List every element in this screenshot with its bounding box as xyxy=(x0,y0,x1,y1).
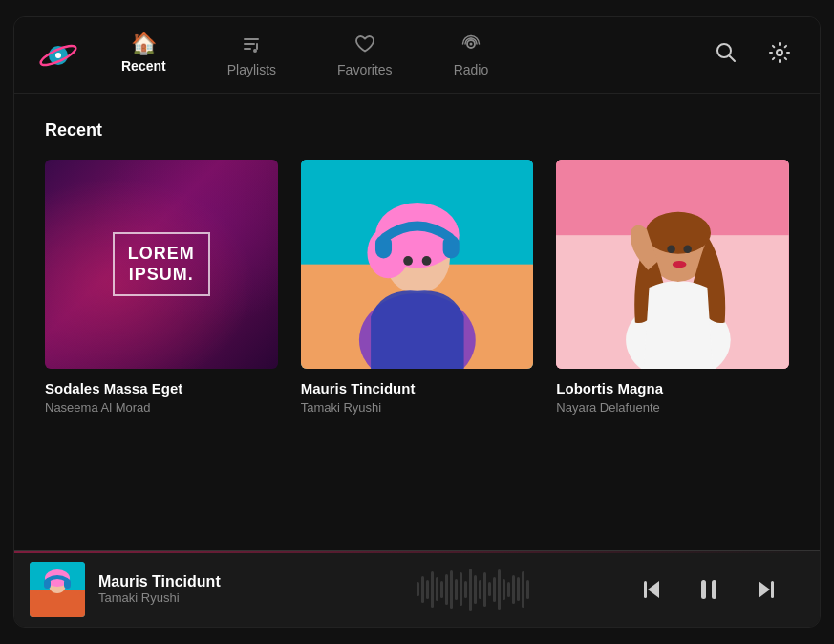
svg-marker-37 xyxy=(648,581,659,598)
wbar xyxy=(440,581,443,598)
nav-label-recent: Recent xyxy=(121,58,166,74)
svg-rect-32 xyxy=(30,590,85,617)
card-artwork-3 xyxy=(556,160,789,369)
wbar xyxy=(512,575,515,604)
card-artist-3: Nayara Delafuente xyxy=(556,400,789,415)
svg-marker-41 xyxy=(759,581,770,598)
svg-point-22 xyxy=(421,256,431,266)
wbar xyxy=(483,572,486,607)
svg-rect-36 xyxy=(64,579,71,589)
svg-point-27 xyxy=(646,212,711,254)
search-button[interactable] xyxy=(709,35,743,75)
wbar xyxy=(464,581,467,598)
music-card-3[interactable]: Lobortis Magna Nayara Delafuente xyxy=(556,160,789,415)
card-artist-1: Naseema Al Morad xyxy=(45,400,278,415)
wbar xyxy=(460,572,462,606)
heart-icon xyxy=(354,33,375,58)
player-title: Mauris Tincidunt xyxy=(98,573,332,590)
home-icon: 🏠 xyxy=(131,33,157,54)
card-image-1: LOREM IPSUM. xyxy=(45,160,278,369)
wbar xyxy=(507,582,510,597)
wbar xyxy=(426,580,429,599)
wbar xyxy=(522,571,524,608)
wbar xyxy=(503,579,505,600)
wbar xyxy=(450,570,453,609)
card-artist-2: Tamaki Ryushi xyxy=(301,400,534,415)
svg-line-11 xyxy=(730,55,736,61)
logo xyxy=(37,34,79,76)
wbar xyxy=(455,579,458,600)
svg-point-2 xyxy=(55,53,61,58)
playlist-icon xyxy=(241,33,262,58)
nav-item-recent[interactable]: 🏠 Recent xyxy=(110,26,178,85)
card-artwork-1: LOREM IPSUM. xyxy=(45,160,278,369)
wbar xyxy=(479,580,481,599)
nav-item-favorites[interactable]: Favorites xyxy=(326,26,404,85)
wbar xyxy=(417,582,419,596)
svg-point-7 xyxy=(253,49,257,53)
wbar xyxy=(493,577,496,602)
svg-point-30 xyxy=(673,261,687,268)
wbar xyxy=(474,575,477,604)
section-title: Recent xyxy=(45,120,789,140)
svg-rect-35 xyxy=(44,579,51,589)
svg-rect-40 xyxy=(712,580,716,599)
player-waveform xyxy=(332,566,613,613)
wbar xyxy=(421,576,424,603)
card-title-2: Mauris Tincidunt xyxy=(301,380,534,397)
svg-rect-39 xyxy=(701,580,706,599)
wbar xyxy=(431,571,434,608)
svg-rect-5 xyxy=(244,48,251,50)
lorem-line1: LOREM xyxy=(128,244,195,265)
svg-rect-6 xyxy=(256,43,258,50)
player-thumbnail xyxy=(30,562,85,617)
cards-row: LOREM IPSUM. Sodales Massa Eget Naseema … xyxy=(45,160,789,415)
music-card-2[interactable]: Mauris Tincidunt Tamaki Ryushi xyxy=(301,160,534,415)
nav-label-radio: Radio xyxy=(454,62,489,77)
svg-point-29 xyxy=(684,246,693,254)
nav-item-playlists[interactable]: Playlists xyxy=(216,26,288,85)
settings-button[interactable] xyxy=(762,35,797,75)
app-container: 🏠 Recent Playlists xyxy=(13,16,821,628)
svg-point-21 xyxy=(403,256,413,266)
music-card-1[interactable]: LOREM IPSUM. Sodales Massa Eget Naseema … xyxy=(45,160,278,415)
wbar xyxy=(445,574,448,605)
svg-rect-19 xyxy=(375,235,392,258)
svg-point-9 xyxy=(469,42,472,45)
lorem-line2: IPSUM. xyxy=(128,265,195,286)
svg-rect-20 xyxy=(442,235,459,258)
player-bar: Mauris Tincidunt Tamaki Ryushi xyxy=(14,550,820,627)
waveform-bars xyxy=(417,566,529,613)
nav-actions xyxy=(709,35,797,75)
svg-rect-4 xyxy=(244,43,255,45)
nav-items: 🏠 Recent Playlists xyxy=(110,26,709,85)
player-controls xyxy=(613,570,804,609)
card-image-3 xyxy=(556,160,789,369)
pause-button[interactable] xyxy=(690,570,728,609)
main-content: Recent LOREM IPSUM. Sodales Massa Eget N… xyxy=(14,94,820,550)
player-info: Mauris Tincidunt Tamaki Ryushi xyxy=(98,573,332,605)
wbar xyxy=(517,577,520,601)
wbar xyxy=(469,569,472,611)
wbar xyxy=(526,580,529,599)
top-nav: 🏠 Recent Playlists xyxy=(14,17,820,94)
card-image-2 xyxy=(301,160,534,369)
svg-point-12 xyxy=(777,50,782,55)
wbar xyxy=(498,569,501,610)
wbar xyxy=(488,582,491,596)
prev-button[interactable] xyxy=(632,570,671,609)
svg-rect-42 xyxy=(771,581,774,598)
nav-label-playlists: Playlists xyxy=(227,62,276,77)
nav-item-radio[interactable]: Radio xyxy=(442,26,501,85)
next-button[interactable] xyxy=(747,570,785,609)
card-title-3: Lobortis Magna xyxy=(556,380,789,397)
nav-label-favorites: Favorites xyxy=(337,62,393,77)
svg-rect-38 xyxy=(644,581,647,598)
svg-rect-3 xyxy=(244,38,259,40)
radio-icon xyxy=(460,33,481,58)
wbar xyxy=(436,577,438,601)
card-title-1: Sodales Massa Eget xyxy=(45,380,278,397)
card-artwork-2 xyxy=(301,160,534,369)
player-artist: Tamaki Ryushi xyxy=(98,590,332,605)
player-thumb-artwork xyxy=(30,562,85,617)
